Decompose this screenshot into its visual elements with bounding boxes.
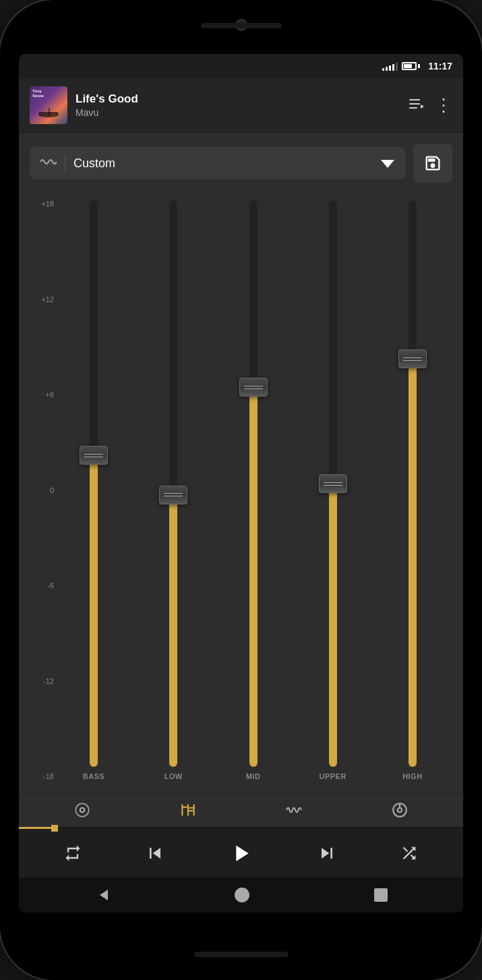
eq-bottom-tabs <box>19 792 463 827</box>
signal-bar-1 <box>382 68 384 71</box>
repeat-button[interactable] <box>63 844 82 863</box>
eq-band-low: LOW <box>133 200 213 780</box>
next-button[interactable] <box>316 842 338 864</box>
signal-bar-4 <box>392 64 394 71</box>
eq-sliders: BASS LOW <box>54 194 452 787</box>
upper-slider[interactable] <box>329 200 337 767</box>
progress-fill <box>19 827 55 829</box>
eq-band-mid: MID <box>213 200 293 780</box>
waveform-tab[interactable] <box>285 801 303 819</box>
eq-scale: +18 +12 +6 0 -6 -12 -18 <box>30 194 54 787</box>
album-art: TonyStone <box>30 86 67 124</box>
scale-label-18n: -18 <box>30 773 54 780</box>
upper-thumb[interactable] <box>319 474 347 493</box>
bass-label: BASS <box>83 772 105 780</box>
eq-save-button[interactable] <box>413 144 452 183</box>
speaker-tab[interactable] <box>73 801 91 819</box>
signal-bar-3 <box>389 65 391 71</box>
eq-wave-icon <box>40 156 57 171</box>
track-title: Life's Good <box>76 92 401 106</box>
upper-label: UPPER <box>320 772 347 780</box>
battery-fill <box>404 64 412 68</box>
upper-fill <box>329 484 337 767</box>
mid-thumb[interactable] <box>239 378 268 397</box>
status-icons: 11:17 <box>382 61 452 71</box>
home-button[interactable] <box>234 887 250 903</box>
scale-label-12p: +12 <box>30 296 54 304</box>
high-thumb[interactable] <box>398 349 427 368</box>
playlist-icon[interactable] <box>409 99 424 111</box>
shuffle-button[interactable] <box>400 844 419 863</box>
now-playing-actions: ⋮ <box>409 95 452 116</box>
battery-tip <box>418 64 420 68</box>
navigation-bar <box>19 877 463 913</box>
dial-tab[interactable] <box>391 801 409 819</box>
svg-rect-13 <box>189 807 195 809</box>
svg-rect-19 <box>375 889 387 901</box>
low-fill <box>169 495 177 767</box>
track-info: Life's Good Mavu <box>76 92 401 118</box>
bass-fill <box>90 455 98 767</box>
previous-button[interactable] <box>144 842 166 864</box>
album-art-text: TonyStone <box>32 89 44 98</box>
eq-divider <box>65 155 65 171</box>
svg-point-7 <box>81 809 84 811</box>
eq-dropdown-icon[interactable] <box>381 156 394 171</box>
speaker-top <box>201 23 282 28</box>
phone-device: 11:17 TonyStone Life's Good Mavu <box>0 0 482 980</box>
svg-rect-1 <box>409 103 420 105</box>
eq-band-upper: UPPER <box>293 200 373 780</box>
svg-point-15 <box>397 808 402 813</box>
back-button[interactable] <box>94 887 111 903</box>
bass-slider[interactable] <box>90 200 98 767</box>
eq-header: Custom <box>19 133 463 194</box>
svg-rect-11 <box>187 810 193 811</box>
svg-rect-12 <box>193 804 195 815</box>
low-thumb[interactable] <box>159 486 187 505</box>
play-button[interactable] <box>227 840 254 867</box>
equalizer-tab[interactable] <box>179 801 197 819</box>
progress-thumb <box>51 825 58 832</box>
scale-label-18p: +18 <box>30 200 54 208</box>
eq-preset-row[interactable]: Custom <box>30 147 405 179</box>
low-slider[interactable] <box>169 200 177 767</box>
scale-label-6p: +6 <box>30 391 54 399</box>
track-artist: Mavu <box>76 107 401 118</box>
progress-bar[interactable] <box>19 827 463 829</box>
scale-label-12n: -12 <box>30 678 54 685</box>
high-fill <box>409 359 417 767</box>
eq-sliders-container: +18 +12 +6 0 -6 -12 -18 <box>19 194 463 792</box>
scale-label-0: 0 <box>30 487 54 494</box>
eq-band-bass: BASS <box>54 200 133 780</box>
status-bar: 11:17 <box>19 54 463 78</box>
mid-slider[interactable] <box>249 200 258 767</box>
recent-apps-button[interactable] <box>373 888 388 902</box>
now-playing-bar: TonyStone Life's Good Mavu <box>19 78 463 133</box>
signal-bar-2 <box>386 67 388 71</box>
svg-rect-8 <box>181 804 183 815</box>
high-label: HIGH <box>402 772 423 780</box>
high-slider[interactable] <box>409 200 417 767</box>
svg-marker-17 <box>100 890 108 900</box>
signal-bar-5 <box>396 63 398 71</box>
battery-body <box>402 62 417 70</box>
eq-band-high: HIGH <box>373 200 452 780</box>
scale-label-6n: -6 <box>30 582 54 589</box>
mid-label: MID <box>246 772 261 780</box>
status-time: 11:17 <box>428 61 452 71</box>
speaker-bottom <box>194 952 289 957</box>
eq-preset-name: Custom <box>73 156 373 171</box>
svg-marker-4 <box>381 160 394 168</box>
mid-fill <box>249 387 258 767</box>
signal-bars <box>382 61 398 71</box>
bass-thumb[interactable] <box>80 446 108 465</box>
svg-rect-9 <box>181 807 187 808</box>
equalizer-section: Custom <box>19 133 463 827</box>
svg-rect-0 <box>409 99 420 100</box>
svg-rect-2 <box>409 107 417 109</box>
battery-icon <box>402 62 420 70</box>
low-label: LOW <box>164 772 183 780</box>
more-options-icon[interactable]: ⋮ <box>435 95 452 116</box>
svg-point-18 <box>235 888 249 902</box>
screen: 11:17 TonyStone Life's Good Mavu <box>19 54 463 913</box>
